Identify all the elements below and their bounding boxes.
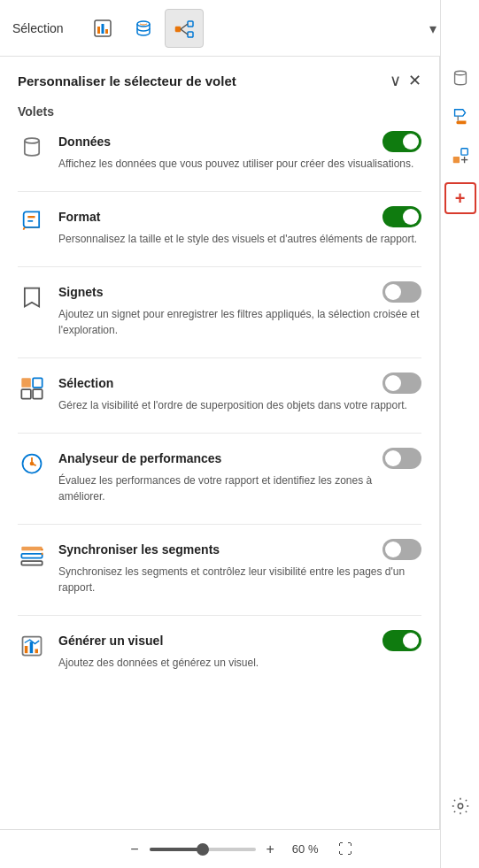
item-toggle-format[interactable] — [382, 206, 421, 227]
item-top-signets: Signets — [58, 281, 421, 303]
zoom-label: 60 % — [292, 842, 324, 856]
item-icon-analyseur — [18, 449, 46, 478]
item-top-donnees: Données — [58, 131, 421, 152]
top-bar-chevron[interactable]: ▾ — [429, 19, 437, 36]
item-icon-signets — [18, 283, 46, 311]
data-icon — [133, 18, 154, 39]
item-top-generer-visuel: Générer un visuel — [58, 630, 421, 651]
item-name-signets: Signets — [58, 285, 104, 299]
sidebar-paint-icon — [451, 107, 470, 127]
svg-rect-1 — [97, 27, 100, 34]
item-top-selection: Sélection — [58, 373, 421, 394]
item-content-selection: Sélection Gérez la visibilité et l'ordre… — [58, 373, 421, 413]
item-name-donnees: Données — [58, 134, 111, 149]
item-content-donnees: Données Affichez les données que vous po… — [58, 131, 421, 172]
top-bar-title: Sélection — [7, 21, 69, 35]
svg-rect-13 — [460, 149, 467, 155]
svg-rect-3 — [105, 29, 108, 34]
svg-rect-21 — [33, 378, 42, 388]
top-bar-icons — [83, 9, 204, 48]
right-sidebar: + — [440, 0, 479, 868]
zoom-slider[interactable] — [150, 848, 256, 851]
item-name-format: Format — [58, 210, 100, 224]
zoom-plus-button[interactable]: + — [263, 841, 278, 857]
svg-rect-6 — [188, 21, 193, 27]
item-icon-generer-visuel — [18, 632, 46, 660]
item-toggle-analyseur[interactable] — [382, 448, 421, 469]
svg-rect-27 — [21, 554, 42, 558]
item-desc-format: Personnalisez la taille et le style des … — [58, 231, 421, 247]
panel-item-generer-visuel: Générer un visuel Ajoutez des données et… — [18, 630, 421, 671]
item-top-format: Format — [58, 206, 421, 227]
item-desc-generer-visuel: Ajoutez des données et générez un visuel… — [58, 655, 421, 671]
item-icon-sync-segments — [18, 541, 46, 569]
main-panel: Personnaliser le sélecteur de volet ∨ ✕ … — [0, 57, 440, 829]
model-view-button[interactable] — [165, 9, 204, 48]
item-divider — [18, 524, 421, 525]
add-pane-button[interactable]: + — [444, 182, 476, 214]
zoom-slider-fill — [150, 848, 203, 851]
item-divider — [18, 266, 421, 267]
svg-point-16 — [458, 803, 463, 809]
item-desc-donnees: Affichez les données que vous pouvez uti… — [58, 156, 421, 172]
svg-rect-22 — [21, 389, 30, 399]
item-icon-selection — [18, 374, 46, 403]
sidebar-data-button[interactable] — [444, 62, 476, 94]
sidebar-insert-button[interactable] — [444, 140, 476, 172]
svg-line-8 — [181, 24, 188, 29]
item-toggle-sync-segments[interactable] — [382, 539, 421, 560]
zoom-slider-thumb[interactable] — [197, 843, 209, 856]
item-content-generer-visuel: Générer un visuel Ajoutez des données et… — [58, 630, 421, 671]
item-name-selection: Sélection — [58, 376, 113, 390]
panel-item-format: Format Personnalisez la taille et le sty… — [18, 206, 421, 247]
item-top-analyseur: Analyseur de performances — [58, 448, 421, 469]
panel-header-actions: ∨ ✕ — [390, 71, 421, 90]
svg-rect-30 — [25, 646, 27, 653]
fit-page-button[interactable]: ⛶ — [338, 841, 352, 857]
item-content-format: Format Personnalisez la taille et le sty… — [58, 206, 421, 247]
sidebar-insert-icon — [451, 146, 470, 165]
data-view-button[interactable] — [124, 9, 163, 48]
svg-rect-26 — [21, 547, 42, 551]
item-content-sync-segments: Synchroniser les segments Synchronisez l… — [58, 539, 421, 595]
section-heading: Volets — [18, 104, 421, 119]
panel-close-button[interactable]: ✕ — [408, 71, 421, 90]
svg-rect-5 — [175, 27, 181, 32]
svg-point-17 — [25, 138, 39, 143]
panel-item-analyseur: Analyseur de performances Évaluez les pe… — [18, 448, 421, 504]
item-top-sync-segments: Synchroniser les segments — [58, 539, 421, 560]
panel-collapse-button[interactable]: ∨ — [390, 71, 401, 90]
item-content-signets: Signets Ajoutez un signet pour enregistr… — [58, 281, 421, 338]
item-name-generer-visuel: Générer un visuel — [58, 634, 163, 648]
model-icon — [174, 18, 195, 39]
sidebar-cylinder-icon — [451, 68, 470, 88]
svg-rect-28 — [21, 561, 42, 565]
svg-point-25 — [30, 462, 35, 466]
item-content-analyseur: Analyseur de performances Évaluez les pe… — [58, 448, 421, 504]
item-toggle-generer-visuel[interactable] — [382, 630, 421, 651]
item-desc-selection: Gérez la visibilité et l'ordre de superp… — [58, 397, 421, 413]
panel-item-selection: Sélection Gérez la visibilité et l'ordre… — [18, 373, 421, 413]
settings-icon — [451, 796, 470, 816]
panel-title: Personnaliser le sélecteur de volet — [18, 73, 236, 88]
items-container: Données Affichez les données que vous po… — [18, 131, 421, 671]
item-desc-sync-segments: Synchronisez les segments et contrôlez l… — [58, 564, 421, 595]
panel-item-sync-segments: Synchroniser les segments Synchronisez l… — [18, 539, 421, 595]
report-view-button[interactable] — [83, 9, 122, 48]
item-toggle-donnees[interactable] — [382, 131, 421, 152]
svg-point-4 — [137, 21, 150, 27]
svg-rect-31 — [30, 641, 34, 653]
item-divider — [18, 191, 421, 192]
settings-button[interactable] — [444, 790, 476, 822]
sidebar-format-button[interactable] — [444, 101, 476, 133]
report-icon — [92, 18, 113, 39]
svg-rect-32 — [35, 649, 39, 654]
svg-line-9 — [181, 29, 188, 35]
item-icon-donnees — [18, 133, 46, 161]
panel-item-donnees: Données Affichez les données que vous po… — [18, 131, 421, 172]
item-toggle-selection[interactable] — [382, 373, 421, 394]
svg-rect-7 — [188, 32, 193, 37]
item-toggle-signets[interactable] — [382, 281, 421, 303]
svg-rect-20 — [21, 378, 30, 388]
zoom-minus-button[interactable]: − — [127, 841, 142, 857]
